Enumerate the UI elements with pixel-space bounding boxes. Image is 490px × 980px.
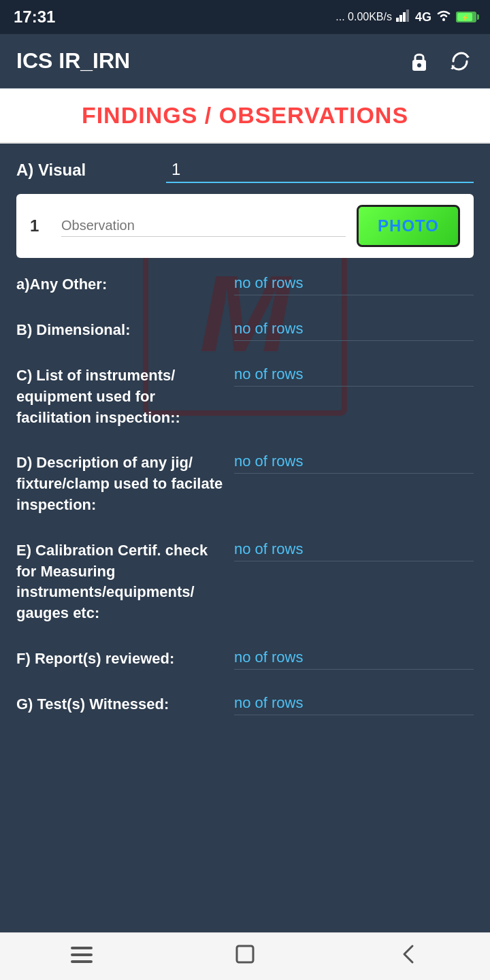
wifi-icon	[436, 10, 452, 25]
section-f-reports-label: F) Report(s) reviewed:	[16, 649, 234, 670]
section-d-description-value-container: no of rows	[234, 453, 474, 474]
section-g-tests: G) Test(s) Witnessed: no of rows	[16, 694, 474, 715]
home-nav-button[interactable]	[234, 943, 256, 970]
section-d-description-value[interactable]: no of rows	[234, 453, 474, 474]
status-bar: 17:31 ... 0.00KB/s 4G	[0, 0, 490, 34]
svg-rect-15	[71, 960, 93, 963]
svg-point-4	[442, 18, 445, 21]
app-header: ICS IR_IRN	[0, 34, 490, 88]
section-e-calibration: E) Calibration Certif. check for Measuri…	[16, 540, 474, 624]
bottom-nav	[0, 932, 490, 980]
page-title-banner: FINDINGS / OBSERVATIONS	[0, 88, 490, 144]
section-e-calibration-label: E) Calibration Certif. check for Measuri…	[16, 540, 234, 624]
status-time: 17:31	[14, 7, 55, 27]
section-g-tests-label: G) Test(s) Witnessed:	[16, 694, 234, 715]
svg-rect-2	[403, 12, 406, 22]
svg-point-10	[417, 63, 421, 67]
section-c-instruments: C) List of instruments/ equipment used f…	[16, 365, 474, 428]
section-b-dimensional-label: B) Dimensional:	[16, 320, 234, 341]
section-a-label: A) Visual	[16, 161, 166, 180]
svg-rect-1	[399, 15, 402, 22]
menu-nav-button[interactable]	[71, 946, 93, 968]
section-b-dimensional: B) Dimensional: no of rows	[16, 320, 474, 341]
lock-button[interactable]	[406, 48, 433, 75]
svg-rect-16	[237, 946, 253, 962]
section-a-row: A) Visual	[16, 157, 474, 183]
photo-button[interactable]: PHOTO	[357, 205, 460, 247]
signal-bars	[396, 10, 411, 25]
section-a-other: a)Any Other: no of rows	[16, 274, 474, 295]
svg-rect-3	[406, 10, 409, 22]
svg-rect-14	[71, 953, 93, 956]
battery-icon: ⚡	[456, 12, 476, 22]
obs-number: 1	[30, 216, 50, 235]
main-content: M A) Visual 1 PHOTO a)Any Other: no of r…	[0, 144, 490, 753]
network-type: 4G	[415, 10, 431, 24]
section-f-reports-value-container: no of rows	[234, 649, 474, 670]
observation-card: 1 PHOTO	[16, 194, 474, 258]
page-title: FINDINGS / OBSERVATIONS	[82, 102, 408, 128]
section-a-other-value[interactable]: no of rows	[234, 274, 474, 295]
section-a-other-value-container: no of rows	[234, 274, 474, 295]
section-d-description-label: D) Description of any jig/ fixture/clamp…	[16, 453, 234, 515]
svg-rect-7	[474, 15, 476, 19]
refresh-button[interactable]	[446, 48, 474, 75]
network-indicator: ... 0.00KB/s	[336, 11, 392, 23]
section-b-dimensional-value[interactable]: no of rows	[234, 320, 474, 341]
section-f-reports: F) Report(s) reviewed: no of rows	[16, 649, 474, 670]
back-nav-button[interactable]	[397, 943, 419, 970]
section-e-calibration-value-container: no of rows	[234, 540, 474, 561]
section-b-dimensional-value-container: no of rows	[234, 320, 474, 341]
observation-input[interactable]	[61, 215, 346, 237]
header-icons	[406, 48, 474, 75]
svg-text:⚡: ⚡	[461, 14, 470, 22]
section-g-tests-value[interactable]: no of rows	[234, 694, 474, 715]
svg-rect-0	[396, 18, 399, 22]
section-c-instruments-value[interactable]: no of rows	[234, 365, 474, 387]
section-f-reports-value[interactable]: no of rows	[234, 649, 474, 670]
sections-container: a)Any Other: no of rows B) Dimensional: …	[16, 274, 474, 715]
section-a-input[interactable]	[166, 157, 474, 183]
section-d-description: D) Description of any jig/ fixture/clamp…	[16, 453, 474, 515]
section-c-instruments-value-container: no of rows	[234, 365, 474, 387]
status-icons: ... 0.00KB/s 4G ⚡	[336, 10, 476, 25]
section-c-instruments-label: C) List of instruments/ equipment used f…	[16, 365, 234, 428]
section-g-tests-value-container: no of rows	[234, 694, 474, 715]
section-e-calibration-value[interactable]: no of rows	[234, 540, 474, 561]
app-title: ICS IR_IRN	[16, 48, 130, 74]
svg-rect-13	[71, 947, 93, 949]
section-a-other-label: a)Any Other:	[16, 274, 234, 295]
